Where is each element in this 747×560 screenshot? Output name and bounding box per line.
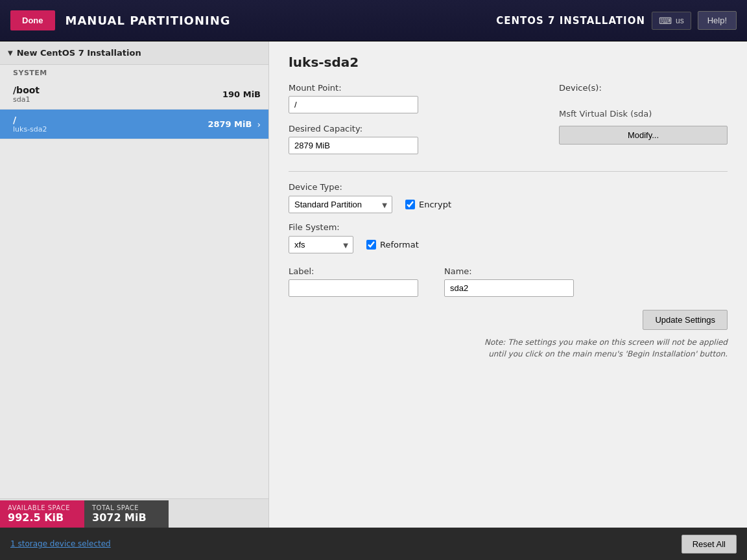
expand-icon: ▼ <box>8 49 13 56</box>
right-panel: luks-sda2 Mount Point: Desired Capacity:… <box>269 41 747 528</box>
right-top: Mount Point: Desired Capacity: Device(s)… <box>289 83 728 165</box>
available-space-label: AVAILABLE SPACE <box>8 504 77 511</box>
main-content: ▼ New CentOS 7 Installation SYSTEM /boot… <box>0 41 747 528</box>
devices-group: Device(s): Msft Virtual Disk (sda) Modif… <box>559 83 728 145</box>
mount-point-input[interactable] <box>289 96 418 113</box>
partition-right-boot: 190 MiB <box>222 89 261 99</box>
desired-capacity-label: Desired Capacity: <box>289 124 540 134</box>
help-button[interactable]: Help! <box>698 11 737 30</box>
available-space-block: AVAILABLE SPACE 992.5 KiB <box>0 500 84 528</box>
label-group: Label: <box>289 266 418 297</box>
keyboard-icon: ⌨ <box>659 16 672 26</box>
chevron-right-icon: › <box>257 119 261 130</box>
update-settings-button[interactable]: Update Settings <box>643 310 728 330</box>
system-label: SYSTEM <box>0 65 268 80</box>
name-input[interactable] <box>444 279 574 297</box>
label-field-label: Label: <box>289 266 418 276</box>
partition-item-root[interactable]: / luks-sda2 2879 MiB › <box>0 110 268 139</box>
total-space-value: 3072 MiB <box>92 511 161 524</box>
partition-detail-title: luks-sda2 <box>289 54 728 70</box>
partition-left-boot: /boot sda1 <box>13 85 40 104</box>
partition-mount-root: / <box>13 115 47 125</box>
app-title: MANUAL PARTITIONING <box>65 14 231 27</box>
partition-device-root: luks-sda2 <box>13 125 47 134</box>
right-top-left: Mount Point: Desired Capacity: <box>289 83 540 165</box>
modify-button[interactable]: Modify... <box>559 126 728 145</box>
partition-mount-boot: /boot <box>13 85 40 95</box>
filesystem-label-row: File System: <box>289 222 728 232</box>
keyboard-lang: us <box>676 16 684 25</box>
sidebar-header: ▼ New CentOS 7 Installation <box>0 41 268 65</box>
storage-device-link[interactable]: 1 storage device selected <box>10 539 111 548</box>
header-right: CENTOS 7 INSTALLATION ⌨ us Help! <box>496 11 737 30</box>
keyboard-button[interactable]: ⌨ us <box>652 12 691 30</box>
device-type-label: Device Type: <box>289 182 342 192</box>
encrypt-checkbox[interactable] <box>405 200 415 209</box>
available-space-value: 992.5 KiB <box>8 511 77 524</box>
name-field-label: Name: <box>444 266 574 276</box>
partition-right-root: 2879 MiB › <box>208 119 261 130</box>
device-type-row: Standard Partition LVM LVM Thin Provisio… <box>289 196 728 213</box>
space-info-bar: AVAILABLE SPACE 992.5 KiB TOTAL SPACE 30… <box>0 500 269 528</box>
header-left: Done MANUAL PARTITIONING <box>10 10 231 30</box>
name-group: Name: <box>444 266 574 297</box>
installation-title: New CentOS 7 Installation <box>17 48 141 58</box>
device-value: Msft Virtual Disk (sda) <box>559 109 728 119</box>
filesystem-select-wrapper: xfs ext4 ext3 ext2 swap vfat biosboot ▼ <box>289 236 353 253</box>
done-button[interactable]: Done <box>10 10 55 30</box>
desired-capacity-group: Desired Capacity: <box>289 124 540 154</box>
partition-device-boot: sda1 <box>13 95 40 104</box>
reformat-label: Reformat <box>380 240 419 250</box>
encrypt-checkbox-label[interactable]: Encrypt <box>405 200 451 209</box>
footer-bar: 1 storage device selected Reset All <box>0 528 747 560</box>
note-text: Note: The settings you make on this scre… <box>468 336 728 360</box>
partition-size-root: 2879 MiB <box>208 119 252 129</box>
label-input[interactable] <box>289 279 418 297</box>
file-system-label: File System: <box>289 222 340 232</box>
mount-point-group: Mount Point: <box>289 83 540 113</box>
reformat-checkbox[interactable] <box>366 240 376 250</box>
header: Done MANUAL PARTITIONING CENTOS 7 INSTAL… <box>0 0 747 41</box>
reset-all-button[interactable]: Reset All <box>682 535 737 554</box>
partition-left-root: / luks-sda2 <box>13 115 47 134</box>
device-type-select[interactable]: Standard Partition LVM LVM Thin Provisio… <box>289 196 392 213</box>
reformat-checkbox-label[interactable]: Reformat <box>366 240 419 250</box>
divider <box>289 171 728 172</box>
total-space-label: TOTAL SPACE <box>92 504 161 511</box>
filesystem-select[interactable]: xfs ext4 ext3 ext2 swap vfat biosboot <box>289 236 353 253</box>
encrypt-label: Encrypt <box>419 200 451 209</box>
partition-item-boot[interactable]: /boot sda1 190 MiB <box>0 80 268 110</box>
filesystem-row: xfs ext4 ext3 ext2 swap vfat biosboot ▼ … <box>289 236 728 253</box>
devices-label: Device(s): <box>559 83 728 93</box>
label-name-row: Label: Name: <box>289 266 728 297</box>
partition-size-boot: 190 MiB <box>222 89 261 99</box>
mount-point-label: Mount Point: <box>289 83 540 93</box>
right-top-right: Device(s): Msft Virtual Disk (sda) Modif… <box>559 83 728 165</box>
sidebar: ▼ New CentOS 7 Installation SYSTEM /boot… <box>0 41 269 528</box>
update-row: Update Settings Note: The settings you m… <box>289 310 728 360</box>
centos-title: CENTOS 7 INSTALLATION <box>496 15 645 27</box>
device-type-label-row: Device Type: <box>289 182 728 192</box>
total-space-block: TOTAL SPACE 3072 MiB <box>84 500 169 528</box>
device-type-select-wrapper: Standard Partition LVM LVM Thin Provisio… <box>289 196 392 213</box>
desired-capacity-input[interactable] <box>289 137 418 154</box>
